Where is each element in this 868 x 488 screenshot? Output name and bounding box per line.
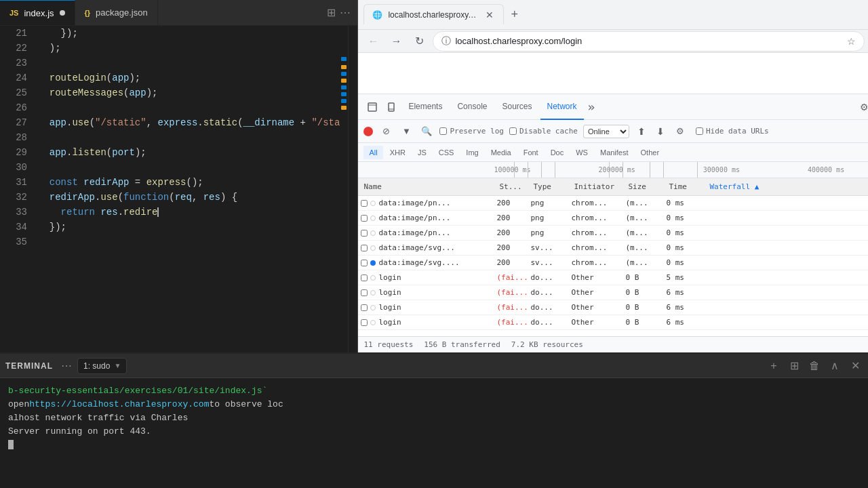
footer-requests: 11 requests xyxy=(363,340,413,349)
table-row[interactable]: data:image/pn... 200 png chrom... (m... … xyxy=(358,226,868,241)
filter-js[interactable]: JS xyxy=(412,146,432,159)
row-checkbox[interactable] xyxy=(361,289,368,296)
terminal-split-button[interactable]: ⊞ xyxy=(787,359,802,373)
filter-manifest[interactable]: Manifest xyxy=(595,146,634,159)
devtools-more-tabs[interactable]: » xyxy=(585,100,598,114)
table-row[interactable]: data:image/pn... 200 png chrom... (m... … xyxy=(358,211,868,226)
table-row[interactable]: login (fai... do... Other 0 B 5 ms xyxy=(358,270,868,285)
preserve-log-label: Preserve log xyxy=(439,127,503,136)
close-tab-button[interactable]: ✕ xyxy=(484,9,495,20)
disable-cache-text: Disable cache xyxy=(519,127,578,136)
terminal-trash-button[interactable]: 🗑 xyxy=(807,359,822,373)
row-checkbox[interactable] xyxy=(361,200,368,207)
table-row[interactable]: data:image/pn... 200 png chrom... (m... … xyxy=(358,196,868,211)
code-scrollbar[interactable] xyxy=(348,26,357,352)
row-checkbox[interactable] xyxy=(361,304,368,311)
row-checkbox[interactable] xyxy=(361,230,368,237)
devtools-inspect-button[interactable] xyxy=(363,98,381,116)
timeline-vline-9 xyxy=(697,162,698,178)
hide-data-urls-checkbox[interactable] xyxy=(696,127,703,135)
indicator-orange-3 xyxy=(341,106,347,110)
filter-media[interactable]: Media xyxy=(486,146,517,159)
cell-type: do... xyxy=(528,303,568,312)
cell-type: do... xyxy=(528,288,568,297)
code-content[interactable]: }); ); routeLogin(app); routeMessages(ap… xyxy=(33,26,340,352)
cell-initiator: Other xyxy=(568,288,623,297)
cell-time: 0 ms xyxy=(663,214,704,222)
cell-name: login xyxy=(358,288,494,297)
more-actions-icon[interactable]: ⋯ xyxy=(340,6,351,19)
timeline-vline-2 xyxy=(528,162,528,178)
filter-font[interactable]: Font xyxy=(518,146,544,159)
terminal-up-button[interactable]: ∧ xyxy=(827,359,842,373)
status-dot xyxy=(370,275,376,281)
terminal-session[interactable]: 1: sudo ▼ xyxy=(77,358,127,374)
search-button[interactable]: 🔍 xyxy=(419,124,434,139)
browser-tab-globe-icon: 🌐 xyxy=(372,10,382,20)
clear-button[interactable]: ⊘ xyxy=(378,124,393,139)
row-checkbox[interactable] xyxy=(361,274,368,281)
table-row[interactable]: login (fai... do... Other 0 B 6 ms xyxy=(358,300,868,315)
header-type: Type xyxy=(530,182,571,191)
devtools-tab-elements[interactable]: Elements xyxy=(401,94,449,120)
table-row[interactable]: login (fai... do... Other 0 B 6 ms xyxy=(358,315,868,330)
devtools-tab-network[interactable]: Network xyxy=(540,94,584,120)
terminal-session-label: 1: sudo xyxy=(83,361,110,371)
table-row[interactable]: data:image/svg.... 200 sv... chrom... (m… xyxy=(358,256,868,270)
devtools-tab-console[interactable]: Console xyxy=(450,94,494,120)
terminal-add-button[interactable]: + xyxy=(766,359,781,373)
tab-package-json-label: package.json xyxy=(96,7,148,18)
address-bar[interactable]: ⓘ localhost.charlesproxy.com/login ☆ xyxy=(433,31,865,52)
terminal-more-icon[interactable]: ⋯ xyxy=(61,359,72,372)
svg-rect-3 xyxy=(368,103,376,111)
filter-xhr[interactable]: XHR xyxy=(384,146,411,159)
network-table[interactable]: Name St... Type Initiator Size Time Wate… xyxy=(358,178,868,336)
filter-other[interactable]: Other xyxy=(635,146,665,159)
filter-ws[interactable]: WS xyxy=(570,146,593,159)
cell-time: 5 ms xyxy=(663,273,704,282)
terminal-close-button[interactable]: ✕ xyxy=(848,359,863,373)
bookmark-icon[interactable]: ☆ xyxy=(847,36,856,47)
devtools-settings-button[interactable]: ⚙ xyxy=(856,100,868,115)
forward-button[interactable]: → xyxy=(387,32,406,51)
devtools-filter-bar: ⊘ ▼ 🔍 Preserve log Disable cache Online … xyxy=(358,120,868,143)
record-button[interactable] xyxy=(363,127,373,136)
tab-package-json[interactable]: {} package.json xyxy=(75,0,158,25)
term-text-1: b-security-essentials/exercises/01/site/… xyxy=(8,386,267,396)
hide-data-urls-text: Hide data URLs xyxy=(706,127,769,136)
preserve-log-checkbox[interactable] xyxy=(439,127,447,135)
header-initiator: Initiator xyxy=(571,182,625,191)
row-checkbox[interactable] xyxy=(361,245,368,251)
timeline-ruler: 100000 ms 200000 ms 300000 ms 400000 ms xyxy=(358,162,868,178)
terminal-content[interactable]: b-security-essentials/exercises/01/site/… xyxy=(0,378,868,488)
code-area: 21 22 23 24 25 26 27 28 29 30 31 32 33 3… xyxy=(0,26,357,352)
cell-initiator: Other xyxy=(568,273,623,282)
reload-button[interactable]: ↻ xyxy=(410,32,429,51)
table-row[interactable]: data:image/svg... 200 sv... chrom... (m.… xyxy=(358,241,868,256)
settings-filter-button[interactable]: ⚙ xyxy=(673,124,688,139)
code-line-27: app.use("/static", express.static(__dirn… xyxy=(38,115,340,130)
tab-index-js[interactable]: JS index.js xyxy=(0,0,75,25)
filter-all[interactable]: All xyxy=(363,146,382,159)
table-row[interactable]: login (fai... do... Other 0 B 6 ms xyxy=(358,285,868,300)
cell-type: sv... xyxy=(528,243,568,252)
split-editor-icon[interactable]: ⊞ xyxy=(327,6,336,19)
row-checkbox[interactable] xyxy=(361,260,368,266)
row-checkbox[interactable] xyxy=(361,319,368,326)
filter-doc[interactable]: Doc xyxy=(545,146,570,159)
filter-css[interactable]: CSS xyxy=(433,146,460,159)
back-button[interactable]: ← xyxy=(363,32,382,51)
export-button[interactable]: ⬇ xyxy=(654,125,667,138)
timeline-vline-5 xyxy=(609,162,610,178)
disable-cache-checkbox[interactable] xyxy=(509,127,517,135)
throttle-select[interactable]: Online Fast 3G Slow 3G Offline xyxy=(583,125,629,138)
new-tab-button[interactable]: + xyxy=(508,7,521,22)
filter-img[interactable]: Img xyxy=(460,146,484,159)
import-button[interactable]: ⬆ xyxy=(635,125,648,138)
editor-pane: JS index.js {} package.json ⊞ ⋯ 21 22 23… xyxy=(0,0,357,352)
row-checkbox[interactable] xyxy=(361,215,368,222)
devtools-device-button[interactable] xyxy=(382,98,400,116)
filter-button[interactable]: ▼ xyxy=(399,124,414,139)
devtools-tab-sources[interactable]: Sources xyxy=(495,94,538,120)
hide-data-urls-label: Hide data URLs xyxy=(696,127,769,136)
